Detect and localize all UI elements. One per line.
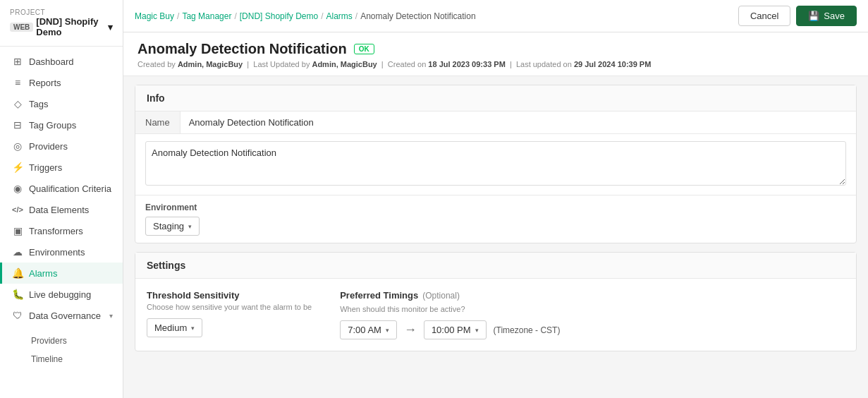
sidebar-item-data-governance[interactable]: 🛡 Data Governance ▾ Providers Timeline [0,305,123,368]
timing-to-arrow-icon: ▾ [475,327,479,334]
settings-card-header: Settings [135,253,856,279]
sidebar-item-label: Providers [29,141,68,152]
main-content: Magic Buy / Tag Manager / [DND] Shopify … [123,0,868,398]
project-name[interactable]: WEB [DND] Shopify Demo ▾ [10,16,113,37]
threshold-sublabel: Choose how sensitive your want the alarm… [147,303,312,311]
environment-row: Environment Staging ▾ [135,195,856,243]
timing-from-value: 7:00 AM [348,325,381,335]
environment-value: Staging [153,221,184,231]
sidebar-sub-item-timeline[interactable]: Timeline [2,350,123,368]
sidebar-item-providers[interactable]: ◎ Providers [0,135,123,157]
breadcrumb: Magic Buy / Tag Manager / [DND] Shopify … [135,11,476,21]
breadcrumb-sep-3: / [321,11,323,21]
qualification-criteria-icon: ◉ [12,183,23,194]
status-badge: OK [354,44,374,54]
name-value: Anomaly Detection Notification [181,111,856,133]
project-label: Project [10,8,113,16]
sidebar-sub-item-providers[interactable]: Providers [2,332,123,350]
data-governance-row[interactable]: 🛡 Data Governance ▾ [2,305,123,326]
breadcrumb-magic-buy[interactable]: Magic Buy [135,11,174,21]
project-header: Project WEB [DND] Shopify Demo ▾ [0,0,123,47]
breadcrumb-alarms[interactable]: Alarms [326,11,352,21]
threshold-dropdown-arrow-icon: ▾ [191,325,195,332]
breadcrumb-shopify-demo[interactable]: [DND] Shopify Demo [240,11,318,21]
threshold-value: Medium [154,322,187,333]
sidebar-item-tag-groups[interactable]: ⊟ Tag Groups [0,114,123,135]
live-debugging-icon: 🐛 [12,289,23,300]
page-title: Anomaly Detection Notification [137,41,347,57]
description-textarea[interactable] [145,141,846,186]
sidebar-item-tags[interactable]: ◇ Tags [0,93,123,114]
created-on-value: 18 Jul 2023 09:33 PM [428,60,505,68]
dropdown-arrow-icon: ▾ [188,223,192,230]
sidebar-item-environments[interactable]: ☁ Environments [0,241,123,263]
cancel-button[interactable]: Cancel [738,6,790,26]
sidebar-item-dashboard[interactable]: ⊞ Dashboard [0,51,123,72]
sidebar-item-label: Alarms [29,268,57,279]
settings-card: Settings Threshold Sensitivity Choose ho… [135,252,857,351]
alarms-icon: 🔔 [12,267,23,279]
data-governance-icon: 🛡 [12,310,23,321]
data-elements-icon: </> [12,204,23,215]
sidebar-item-label: Environments [29,247,85,258]
timing-from-arrow-icon: ▾ [386,327,389,334]
sidebar-item-label: Data Governance [29,310,101,321]
environment-dropdown[interactable]: Staging ▾ [145,217,200,236]
topbar: Magic Buy / Tag Manager / [DND] Shopify … [123,0,868,32]
page-content: Anomaly Detection Notification OK Create… [123,32,868,398]
info-card-body: Name Anomaly Detection Notification Envi… [135,111,856,243]
timing-to-dropdown[interactable]: 10:00 PM ▾ [424,320,487,339]
sidebar-item-live-debugging[interactable]: 🐛 Live debugging [0,284,123,305]
sidebar-item-alarms[interactable]: 🔔 Alarms [0,263,123,284]
sidebar-item-qualification-criteria[interactable]: ◉ Qualification Criteria [0,178,123,199]
save-label: Save [824,11,845,21]
web-badge: WEB [10,23,33,32]
threshold-label: Threshold Sensitivity [147,290,312,301]
sidebar-item-label: Data Elements [29,205,89,215]
page-heading: Anomaly Detection Notification OK Create… [123,32,868,76]
environments-icon: ☁ [12,246,23,258]
breadcrumb-sep-1: / [177,11,179,21]
timing-section: Preferred Timings (Optional) When should… [340,290,845,339]
page-meta: Created by Admin, MagicBuy | Last Update… [137,60,854,68]
breadcrumb-sep-4: / [355,11,357,21]
sidebar-item-data-elements[interactable]: </> Data Elements [0,199,123,220]
info-card: Info Name Anomaly Detection Notification… [135,85,857,243]
project-name-text: [DND] Shopify Demo [36,16,105,37]
sidebar-nav: ⊞ Dashboard ≡ Reports ◇ Tags ⊟ Tag Group… [0,47,123,398]
sidebar-sub-nav: Providers Timeline [2,332,123,368]
tags-icon: ◇ [12,98,23,109]
chevron-down-icon: ▾ [109,312,113,320]
name-row: Name Anomaly Detection Notification [135,111,856,134]
sidebar-item-label: Qualification Criteria [29,183,111,194]
sidebar-item-reports[interactable]: ≡ Reports [0,72,123,93]
timing-separator: → [404,322,417,337]
threshold-dropdown[interactable]: Medium ▾ [147,318,202,337]
breadcrumb-tag-manager[interactable]: Tag Manager [182,11,231,21]
environment-label: Environment [145,203,846,212]
sidebar-item-label: Dashboard [29,56,74,67]
timing-to-value: 10:00 PM [432,325,471,335]
name-label: Name [135,111,181,133]
last-updated-by-value: Admin, MagicBuy [312,60,377,68]
sidebar-item-triggers[interactable]: ⚡ Triggers [0,157,123,178]
timing-sublabel: When should this monitor be active? [340,305,845,313]
save-button[interactable]: 💾 Save [796,6,857,26]
sidebar-item-transformers[interactable]: ▣ Transformers [0,220,123,241]
last-updated-label: Last Updated by [253,60,310,68]
reports-icon: ≡ [12,77,23,88]
sidebar-item-label: Reports [29,78,61,88]
last-updated-on-label: Last updated on [516,60,572,68]
created-by-value: Admin, MagicBuy [178,60,243,68]
created-on-label: Created on [388,60,426,68]
timing-optional: (Optional) [422,291,460,301]
sidebar-item-label: Transformers [29,226,83,236]
page-title-row: Anomaly Detection Notification OK [137,41,854,57]
timing-label: Preferred Timings [340,290,418,301]
sidebar-item-label: Tag Groups [29,120,76,131]
dashboard-icon: ⊞ [12,56,23,67]
timing-from-dropdown[interactable]: 7:00 AM ▾ [340,320,397,339]
created-by-label: Created by [137,60,176,68]
sidebar-item-label: Live debugging [29,289,91,300]
threshold-section: Threshold Sensitivity Choose how sensiti… [147,290,312,337]
